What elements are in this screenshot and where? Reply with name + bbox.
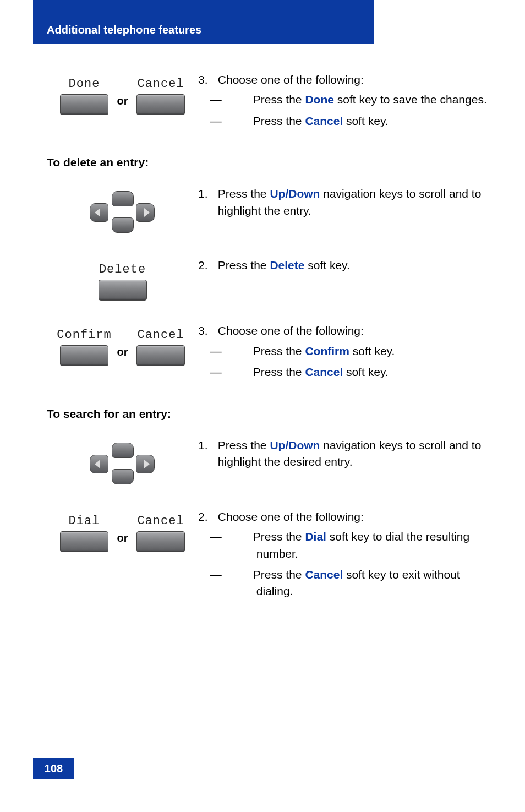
nav-keys-icon xyxy=(90,191,156,235)
step-number: 3. xyxy=(198,72,215,88)
left-graphic: Delete xyxy=(47,257,198,301)
step-row: 1. Press the Up/Down navigation keys to … xyxy=(47,186,487,235)
cancel-softkey-button-icon xyxy=(136,531,185,552)
nav-right-icon xyxy=(136,203,155,222)
or-label: or xyxy=(117,336,128,358)
nav-right-icon xyxy=(136,455,155,473)
sub-item: —Press the Cancel soft key. xyxy=(233,113,487,129)
highlight-updown: Up/Down xyxy=(270,187,320,200)
sub-item: —Press the Cancel soft key. xyxy=(233,364,487,380)
confirm-softkey-button-icon xyxy=(60,345,108,366)
left-graphic xyxy=(47,437,198,487)
step-body: Press the Up/Down navigation keys to scr… xyxy=(218,437,487,471)
left-graphic: Done or Cancel xyxy=(47,72,198,115)
step-text: 1. Press the Up/Down navigation keys to … xyxy=(198,437,487,471)
nav-up-icon xyxy=(112,443,134,458)
done-softkey-button-icon xyxy=(60,94,108,115)
cancel-softkey-label: Cancel xyxy=(137,514,184,528)
step-text: 2. Choose one of the following: —Press t… xyxy=(198,509,487,604)
highlight-dial: Dial xyxy=(305,530,326,543)
done-softkey-label: Done xyxy=(69,77,100,91)
nav-keys-icon xyxy=(90,443,156,487)
step-row: Confirm or Cancel 3. Choose one of the f… xyxy=(47,323,487,385)
step-number: 3. xyxy=(198,323,215,339)
dial-softkey: Dial xyxy=(58,514,111,552)
cancel-softkey-button-icon xyxy=(136,94,185,115)
cancel-softkey: Cancel xyxy=(135,514,187,552)
or-label: or xyxy=(117,522,128,544)
cancel-softkey: Cancel xyxy=(135,328,187,366)
confirm-softkey: Confirm xyxy=(58,328,111,366)
sub-list: —Press the Done soft key to save the cha… xyxy=(218,91,487,129)
cancel-softkey-label: Cancel xyxy=(137,328,184,342)
highlight-updown: Up/Down xyxy=(270,439,320,451)
step-text: 2. Press the Delete soft key. xyxy=(198,257,487,274)
nav-left-icon xyxy=(90,203,108,222)
header-title: Additional telephone features xyxy=(47,24,201,36)
step-row: Delete 2. Press the Delete soft key. xyxy=(47,257,487,301)
left-graphic: Dial or Cancel xyxy=(47,509,198,552)
step-number: 1. xyxy=(198,437,215,454)
highlight-

cancel: Cancel xyxy=(305,366,343,378)
step-body: Choose one of the following: —Press the … xyxy=(218,323,487,385)
nav-down-icon xyxy=(112,217,134,233)
cancel-softkey-button-icon xyxy=(136,345,185,366)
step-body: Choose one of the following: —Press the … xyxy=(218,72,487,134)
step-text: 3. Choose one of the following: —Press t… xyxy=(198,323,487,385)
delete-softkey: Delete xyxy=(96,263,149,301)
step-row: 1. Press the Up/Down navigation keys to … xyxy=(47,437,487,487)
delete-softkey-button-icon xyxy=(99,280,147,301)
section-title-delete: To delete an entry: xyxy=(47,156,487,169)
confirm-softkey-label: Confirm xyxy=(57,328,111,342)
highlight-delete: Delete xyxy=(270,259,304,271)
highlight-cancel: Cancel xyxy=(305,568,343,581)
cancel-softkey: Cancel xyxy=(135,77,187,115)
step-body: Choose one of the following: —Press the … xyxy=(218,509,487,604)
step-intro: Choose one of the following: xyxy=(218,324,364,337)
header-bar: Additional telephone features xyxy=(33,0,374,44)
delete-softkey-label: Delete xyxy=(99,263,146,276)
softkey-group-confirm-cancel: Confirm or Cancel xyxy=(58,328,187,366)
nav-down-icon xyxy=(112,469,134,484)
sub-list: —Press the Dial soft key to dial the res… xyxy=(218,528,487,600)
nav-left-icon xyxy=(90,455,108,473)
nav-up-icon xyxy=(112,191,134,206)
sub-item: —Press the Dial soft key to dial the res… xyxy=(233,528,487,562)
cancel-softkey-label: Cancel xyxy=(137,77,184,91)
sub-item: —Press the Cancel soft key to exit witho… xyxy=(233,566,487,600)
left-graphic xyxy=(47,186,198,235)
step-number: 1. xyxy=(198,186,215,202)
step-number: 2. xyxy=(198,509,215,525)
step-row: Done or Cancel 3. Choose one of the foll… xyxy=(47,72,487,134)
step-row: Dial or Cancel 2. Choose one of the foll… xyxy=(47,509,487,604)
step-text: 1. Press the Up/Down navigation keys to … xyxy=(198,186,487,219)
done-softkey: Done xyxy=(58,77,111,115)
highlight-cancel: Cancel xyxy=(305,115,343,127)
step-body: Press the Up/Down navigation keys to scr… xyxy=(218,186,487,219)
highlight-done: Done xyxy=(305,93,334,106)
dial-softkey-button-icon xyxy=(60,531,108,552)
step-intro: Choose one of the following: xyxy=(218,510,364,523)
manual-page: Additional telephone features Done or Ca… xyxy=(0,0,525,812)
section-title-search: To search for an entry: xyxy=(47,407,487,421)
highlight-confirm: Confirm xyxy=(305,345,349,357)
content-area: Done or Cancel 3. Choose one of the foll… xyxy=(47,72,487,626)
sub-list: —Press the Confirm soft key. —Press the … xyxy=(218,343,487,381)
or-label: or xyxy=(117,85,128,107)
dial-softkey-label: Dial xyxy=(69,514,100,528)
step-number: 2. xyxy=(198,257,215,274)
softkey-group-dial-cancel: Dial or Cancel xyxy=(58,514,187,552)
softkey-group-done-cancel: Done or Cancel xyxy=(58,77,187,115)
page-number: 108 xyxy=(33,758,74,779)
sub-item: —Press the Confirm soft key. xyxy=(233,343,487,359)
step-intro: Choose one of the following: xyxy=(218,73,364,86)
sub-item: —Press the Done soft key to save the cha… xyxy=(233,91,487,108)
step-text: 3. Choose one of the following: —Press t… xyxy=(198,72,487,134)
step-body: Press the Delete soft key. xyxy=(218,257,487,274)
left-graphic: Confirm or Cancel xyxy=(47,323,198,366)
